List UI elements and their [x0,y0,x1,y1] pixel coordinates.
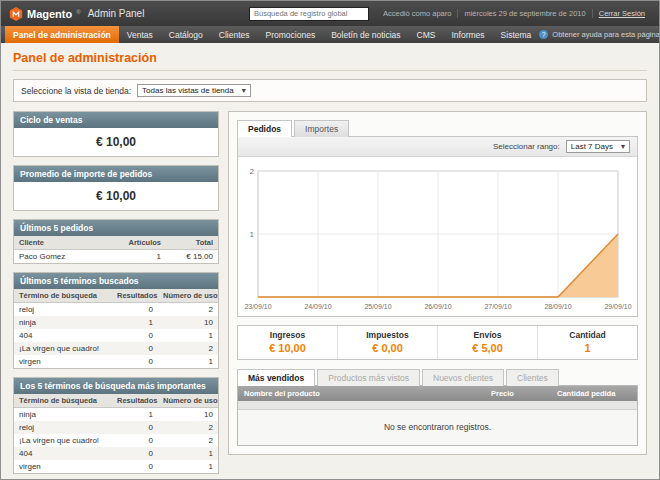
total-label: Impuestos [338,330,437,340]
store-view-selected: Todas las vistas de tienda [142,86,234,95]
cell-results: 1 [112,316,158,329]
tab-clientes[interactable]: Clientes [506,369,559,386]
table-row[interactable]: reloj 0 2 [14,303,218,317]
magento-logo: Magento ® Admin Panel [9,7,144,21]
magento-logo-icon [9,7,23,21]
table-row[interactable]: Paco Gomez 1 € 15.00 [14,250,218,264]
average-orders-title: Promedio de importe de pedidos [14,166,218,182]
cell-results: 0 [112,303,158,317]
grid-col-product[interactable]: Nombre del producto [238,386,485,401]
average-orders-box: Promedio de importe de pedidos € 10,00 [13,165,219,211]
total-label: Envíos [438,330,537,340]
column-header: Resultados [112,289,158,303]
store-switcher: Seleccione la vista de tienda: Todas las… [13,79,647,102]
cell-total: € 15.00 [166,250,218,264]
logo-registered-mark: ® [76,9,80,15]
nav-item-clientes[interactable]: Clientes [211,26,258,43]
nav-item-informes[interactable]: Informes [444,26,493,43]
cell-term: reloj [14,303,112,317]
last-orders-box: Últimos 5 pedidos Cliente Artículos Tota… [13,219,219,264]
cell-results: 1 [112,408,158,422]
table-row[interactable]: virgen 0 1 [14,460,218,473]
grid-col-price[interactable]: Precio [485,386,551,401]
cell-term: reloj [14,421,112,434]
cell-results: 0 [112,434,158,447]
content-area: Panel de administración Seleccione la vi… [1,43,659,479]
store-view-select[interactable]: Todas las vistas de tienda [137,84,251,97]
column-header: Resultados [112,394,158,408]
magento-admin-window: Magento ® Admin Panel Accedió como aparo… [0,0,660,480]
column-header: Número de usos [158,394,218,408]
grid-col-qty[interactable]: Cantidad pedida [551,386,637,401]
table-row[interactable]: ¡La virgen que cuadro! 0 2 [14,342,218,355]
nav-item-boletin[interactable]: Boletín de noticias [323,26,408,43]
table-row[interactable]: 404 0 1 [14,329,218,342]
nav-item-promociones[interactable]: Promociones [258,26,324,43]
total-value: € 0,00 [338,342,437,354]
logged-in-as: Accedió como aparo [377,9,457,18]
cell-uses: 2 [158,303,218,317]
cell-term: 404 [14,329,112,342]
page-title: Panel de administración [13,51,647,71]
total-envios: Envíos € 5,00 [437,326,537,359]
cell-uses: 10 [158,408,218,422]
logout-link[interactable]: Cerrar Sesión [599,9,645,18]
diagram-tabs: Pedidos Importes [237,120,638,137]
total-label: Ingresos [238,330,337,340]
dashboard-container: Pedidos Importes Seleccionar rango: Last… [228,111,647,455]
tab-importes[interactable]: Importes [294,120,349,137]
products-grid: Nombre del producto Precio Cantidad pedi… [237,385,638,446]
cell-term: virgen [14,355,112,368]
store-switcher-label: Seleccione la vista de tienda: [21,86,131,96]
tab-pedidos[interactable]: Pedidos [237,120,292,137]
column-header: Término de búsqueda [14,289,112,303]
cell-term: ninja [14,316,112,329]
column-header: Total [166,236,218,250]
table-row[interactable]: virgen 0 1 [14,355,218,368]
last-search-terms-title: Últimos 5 términos buscados [14,273,218,289]
cell-uses: 2 [158,434,218,447]
last-orders-table: Cliente Artículos Total Paco Gomez 1 € 1… [14,236,218,263]
cell-results: 0 [112,355,158,368]
tab-productos-mas-vistos[interactable]: Productos más vistos [317,369,420,386]
nav-item-catalogo[interactable]: Catálogo [161,26,211,43]
table-row[interactable]: ninja 1 10 [14,408,218,422]
nav-item-sistema[interactable]: Sistema [493,26,540,43]
lifetime-sales-value: € 10,00 [14,128,218,156]
nav-item-dashboard[interactable]: Panel de administración [5,26,119,43]
column-header: Número de usos [158,289,218,303]
table-row[interactable]: 404 0 1 [14,447,218,460]
total-ingresos: Ingresos € 10,00 [238,326,337,359]
nav-item-cms[interactable]: CMS [409,26,444,43]
cell-uses: 10 [158,316,218,329]
column-header: Artículos [122,236,166,250]
table-row[interactable]: ninja 1 10 [14,316,218,329]
global-search-input[interactable] [249,7,369,21]
table-row[interactable]: reloj 0 2 [14,421,218,434]
help-link[interactable]: Obtener ayuda para esta página [539,26,660,43]
cell-term: 404 [14,447,112,460]
cell-results: 0 [112,342,158,355]
dashboard-totals: Ingresos € 10,00 Impuestos € 0,00 Envíos… [237,325,638,360]
last-orders-title: Últimos 5 pedidos [14,220,218,236]
range-selected: Last 7 Days [571,142,613,151]
logo-text: Magento [27,8,72,20]
svg-text:28/09/10: 28/09/10 [544,303,571,310]
svg-text:27/09/10: 27/09/10 [484,303,511,310]
dashboard-main: Pedidos Importes Seleccionar rango: Last… [228,111,647,455]
tab-nuevos-clientes[interactable]: Nuevos clientes [422,369,504,386]
main-nav: Panel de administración Ventas Catálogo … [1,26,659,43]
cell-term: ninja [14,408,112,422]
range-bar: Seleccionar rango: Last 7 Days [238,137,637,157]
svg-text:24/09/10: 24/09/10 [304,303,331,310]
tab-mas-vendidos[interactable]: Más vendidos [237,369,315,386]
column-header: Término de búsqueda [14,394,112,408]
svg-text:29/09/10: 29/09/10 [604,303,631,310]
dashboard-sidebar: Ciclo de ventas € 10,00 Promedio de impo… [13,111,219,479]
range-select[interactable]: Last 7 Days [566,140,630,153]
global-search [249,7,369,21]
nav-item-ventas[interactable]: Ventas [119,26,161,43]
table-row[interactable]: ¡La virgen que cuadro! 0 2 [14,434,218,447]
grid-filter-row [238,401,637,410]
cell-uses: 2 [158,421,218,434]
